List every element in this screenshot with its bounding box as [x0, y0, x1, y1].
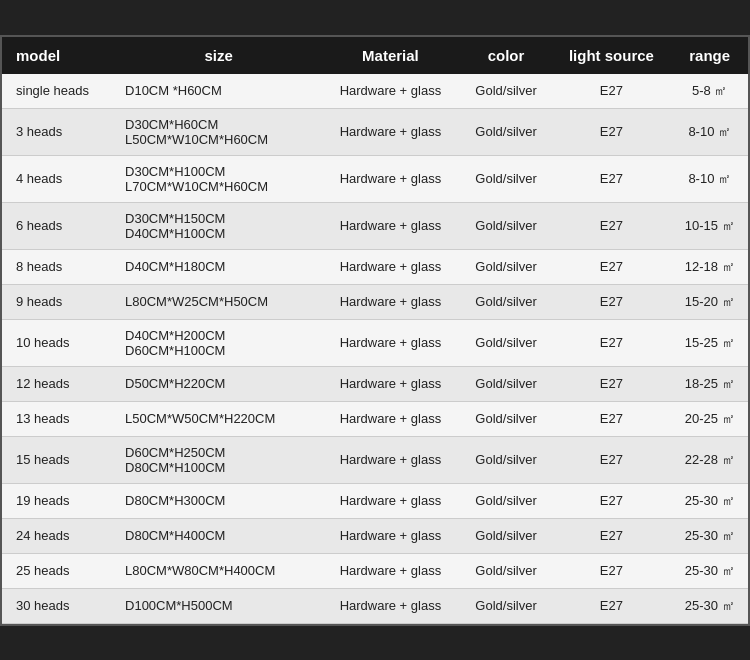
col-header-size: size: [117, 37, 320, 74]
table-container: model size Material color light source r…: [2, 37, 748, 624]
cell-color: Gold/silver: [461, 401, 552, 436]
cell-size: D40CM*H200CMD60CM*H100CM: [117, 319, 320, 366]
cell-color: Gold/silver: [461, 108, 552, 155]
cell-model: 24 heads: [2, 518, 117, 553]
product-table: model size Material color light source r…: [2, 37, 748, 624]
cell-model: 6 heads: [2, 202, 117, 249]
cell-light-source: E27: [551, 249, 671, 284]
cell-range: 8-10 ㎡: [671, 155, 748, 202]
cell-range: 20-25 ㎡: [671, 401, 748, 436]
table-body: single heads D10CM *H60CM Hardware + gla…: [2, 74, 748, 624]
table-row: 15 heads D60CM*H250CMD80CM*H100CM Hardwa…: [2, 436, 748, 483]
table-row: single heads D10CM *H60CM Hardware + gla…: [2, 74, 748, 109]
cell-size: D30CM*H60CML50CM*W10CM*H60CM: [117, 108, 320, 155]
table-row: 8 heads D40CM*H180CM Hardware + glass Go…: [2, 249, 748, 284]
cell-light-source: E27: [551, 108, 671, 155]
header-row: model size Material color light source r…: [2, 37, 748, 74]
cell-model: 4 heads: [2, 155, 117, 202]
cell-color: Gold/silver: [461, 553, 552, 588]
cell-range: 25-30 ㎡: [671, 483, 748, 518]
cell-light-source: E27: [551, 155, 671, 202]
cell-size: D60CM*H250CMD80CM*H100CM: [117, 436, 320, 483]
cell-size: D100CM*H500CM: [117, 588, 320, 623]
col-header-model: model: [2, 37, 117, 74]
cell-size: D30CM*H100CML70CM*W10CM*H60CM: [117, 155, 320, 202]
cell-material: Hardware + glass: [320, 518, 460, 553]
cell-range: 22-28 ㎡: [671, 436, 748, 483]
cell-material: Hardware + glass: [320, 588, 460, 623]
cell-light-source: E27: [551, 436, 671, 483]
table-row: 25 heads L80CM*W80CM*H400CM Hardware + g…: [2, 553, 748, 588]
table-row: 4 heads D30CM*H100CML70CM*W10CM*H60CM Ha…: [2, 155, 748, 202]
cell-range: 25-30 ㎡: [671, 518, 748, 553]
cell-material: Hardware + glass: [320, 74, 460, 109]
cell-color: Gold/silver: [461, 74, 552, 109]
table-row: 24 heads D80CM*H400CM Hardware + glass G…: [2, 518, 748, 553]
cell-model: 15 heads: [2, 436, 117, 483]
cell-range: 18-25 ㎡: [671, 366, 748, 401]
cell-size: D40CM*H180CM: [117, 249, 320, 284]
cell-range: 25-30 ㎡: [671, 588, 748, 623]
cell-color: Gold/silver: [461, 249, 552, 284]
cell-range: 15-25 ㎡: [671, 319, 748, 366]
cell-light-source: E27: [551, 518, 671, 553]
cell-material: Hardware + glass: [320, 249, 460, 284]
cell-range: 10-15 ㎡: [671, 202, 748, 249]
cell-color: Gold/silver: [461, 155, 552, 202]
cell-size: D80CM*H300CM: [117, 483, 320, 518]
table-row: 6 heads D30CM*H150CMD40CM*H100CM Hardwar…: [2, 202, 748, 249]
col-header-color: color: [461, 37, 552, 74]
cell-material: Hardware + glass: [320, 155, 460, 202]
cell-size: L80CM*W25CM*H50CM: [117, 284, 320, 319]
cell-material: Hardware + glass: [320, 366, 460, 401]
table-row: 30 heads D100CM*H500CM Hardware + glass …: [2, 588, 748, 623]
product-table-wrapper: model size Material color light source r…: [0, 35, 750, 626]
cell-light-source: E27: [551, 284, 671, 319]
col-header-light-source: light source: [551, 37, 671, 74]
cell-size: D80CM*H400CM: [117, 518, 320, 553]
table-row: 12 heads D50CM*H220CM Hardware + glass G…: [2, 366, 748, 401]
cell-color: Gold/silver: [461, 588, 552, 623]
table-row: 13 heads L50CM*W50CM*H220CM Hardware + g…: [2, 401, 748, 436]
cell-material: Hardware + glass: [320, 483, 460, 518]
table-row: 10 heads D40CM*H200CMD60CM*H100CM Hardwa…: [2, 319, 748, 366]
cell-material: Hardware + glass: [320, 401, 460, 436]
cell-material: Hardware + glass: [320, 284, 460, 319]
cell-model: 30 heads: [2, 588, 117, 623]
cell-model: 3 heads: [2, 108, 117, 155]
cell-light-source: E27: [551, 74, 671, 109]
cell-light-source: E27: [551, 319, 671, 366]
cell-color: Gold/silver: [461, 483, 552, 518]
col-header-range: range: [671, 37, 748, 74]
cell-model: 19 heads: [2, 483, 117, 518]
table-row: 19 heads D80CM*H300CM Hardware + glass G…: [2, 483, 748, 518]
cell-color: Gold/silver: [461, 436, 552, 483]
cell-model: 12 heads: [2, 366, 117, 401]
cell-range: 15-20 ㎡: [671, 284, 748, 319]
cell-size: D50CM*H220CM: [117, 366, 320, 401]
cell-color: Gold/silver: [461, 366, 552, 401]
cell-light-source: E27: [551, 366, 671, 401]
cell-light-source: E27: [551, 202, 671, 249]
cell-material: Hardware + glass: [320, 202, 460, 249]
cell-material: Hardware + glass: [320, 553, 460, 588]
cell-color: Gold/silver: [461, 284, 552, 319]
cell-color: Gold/silver: [461, 202, 552, 249]
cell-range: 25-30 ㎡: [671, 553, 748, 588]
table-row: 9 heads L80CM*W25CM*H50CM Hardware + gla…: [2, 284, 748, 319]
cell-size: D30CM*H150CMD40CM*H100CM: [117, 202, 320, 249]
cell-material: Hardware + glass: [320, 436, 460, 483]
cell-model: 10 heads: [2, 319, 117, 366]
cell-size: L50CM*W50CM*H220CM: [117, 401, 320, 436]
cell-range: 5-8 ㎡: [671, 74, 748, 109]
cell-light-source: E27: [551, 401, 671, 436]
cell-material: Hardware + glass: [320, 319, 460, 366]
cell-size: D10CM *H60CM: [117, 74, 320, 109]
table-row: 3 heads D30CM*H60CML50CM*W10CM*H60CM Har…: [2, 108, 748, 155]
cell-light-source: E27: [551, 588, 671, 623]
cell-light-source: E27: [551, 553, 671, 588]
cell-model: single heads: [2, 74, 117, 109]
cell-color: Gold/silver: [461, 319, 552, 366]
cell-light-source: E27: [551, 483, 671, 518]
cell-model: 25 heads: [2, 553, 117, 588]
